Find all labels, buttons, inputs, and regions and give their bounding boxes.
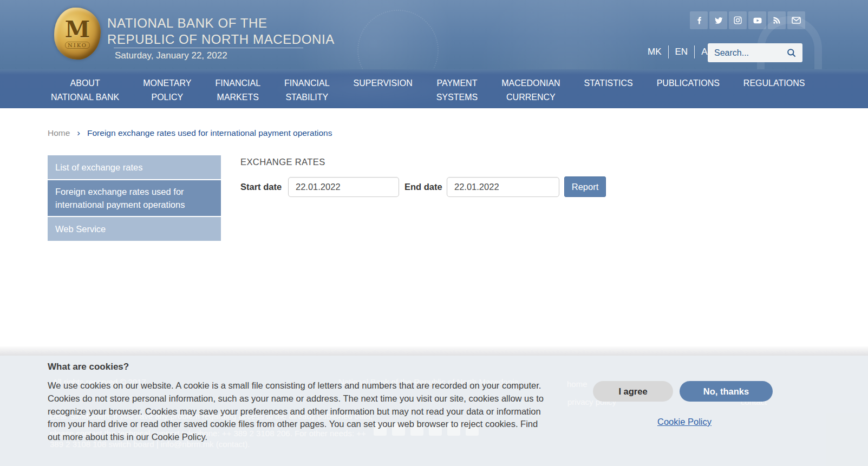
- report-button[interactable]: Report: [564, 176, 606, 197]
- breadcrumb-home[interactable]: Home: [48, 128, 70, 138]
- header-ornament: [477, 0, 661, 69]
- sidebar-item-foreign-exchange-rates[interactable]: Foreign exchange rates used for internat…: [48, 180, 221, 216]
- nav-item-publications[interactable]: PUBLICATIONS: [645, 76, 732, 90]
- breadcrumb: Home › Foreign exchange rates used for i…: [48, 128, 332, 139]
- cookie-policy-link[interactable]: Cookie Policy: [657, 417, 712, 427]
- email-icon[interactable]: [787, 11, 805, 29]
- nav-item-financial-stability[interactable]: FINANCIALSTABILITY: [272, 76, 342, 104]
- exchange-rates-form: Start date End date Report: [240, 176, 606, 198]
- youtube-icon[interactable]: [748, 11, 766, 29]
- cookie-decline-button[interactable]: No, thanks: [680, 381, 773, 402]
- facebook-icon[interactable]: [690, 11, 708, 29]
- rss-icon[interactable]: [768, 11, 786, 29]
- site-header: M NIKO NATIONAL BANK OF THE REPUBLIC OF …: [0, 0, 868, 69]
- coin-inscription: NIKO: [65, 42, 90, 49]
- lang-en[interactable]: EN: [669, 47, 695, 57]
- footer-top-shadow: [0, 346, 868, 356]
- cookie-agree-button[interactable]: I agree: [593, 381, 673, 402]
- sidebar-menu: List of exchange rates Foreign exchange …: [48, 155, 221, 242]
- cookie-banner-body: We use cookies on our website. A cookie …: [48, 379, 550, 444]
- cookie-banner-title: What are cookies?: [48, 362, 129, 372]
- nav-item-macedonian-currency[interactable]: MACEDONIANCURRENCY: [490, 76, 572, 104]
- main-nav: ABOUTNATIONAL BANK MONETARYPOLICY FINANC…: [0, 69, 868, 108]
- breadcrumb-current: Foreign exchange rates used for internat…: [87, 128, 332, 138]
- bank-name-line1: NATIONAL BANK OF THE: [107, 15, 335, 31]
- end-date-label: End date: [404, 182, 445, 192]
- header-divider: [114, 48, 303, 48]
- bank-name-line2: REPUBLIC OF NORTH MACEDONIA: [107, 31, 335, 48]
- nav-item-financial-markets[interactable]: FINANCIALMARKETS: [203, 76, 272, 104]
- twitter-icon[interactable]: [709, 11, 727, 29]
- instagram-icon[interactable]: [729, 11, 747, 29]
- search-input[interactable]: [708, 48, 780, 58]
- nav-item-statistics[interactable]: STATISTICS: [572, 76, 645, 90]
- chevron-right-icon: ›: [77, 128, 80, 139]
- cookie-banner: What are cookies? We use cookies on our …: [0, 356, 868, 466]
- end-date-input[interactable]: [447, 177, 559, 197]
- search-icon[interactable]: [780, 48, 802, 58]
- bank-name: NATIONAL BANK OF THE REPUBLIC OF NORTH M…: [107, 15, 335, 48]
- coin-monogram: M: [65, 19, 90, 41]
- start-date-input[interactable]: [288, 177, 399, 197]
- page-title: EXCHANGE RATES: [240, 157, 325, 167]
- social-links: [690, 11, 805, 29]
- nav-item-regulations[interactable]: REGULATIONS: [732, 76, 817, 90]
- bank-coin-logo[interactable]: M NIKO: [54, 8, 101, 60]
- nav-item-payment-systems[interactable]: PAYMENTSYSTEMS: [425, 76, 490, 104]
- search-box: [708, 43, 802, 62]
- nav-item-about-national-bank[interactable]: ABOUTNATIONAL BANK: [39, 76, 131, 104]
- sidebar-item-list-of-exchange-rates[interactable]: List of exchange rates: [48, 155, 221, 179]
- lang-mk[interactable]: MK: [641, 47, 668, 57]
- current-date: Saturday, January 22, 2022: [115, 50, 227, 61]
- sidebar-item-web-service[interactable]: Web Service: [48, 217, 221, 241]
- start-date-label: Start date: [240, 182, 288, 192]
- nav-item-supervision[interactable]: SUPERVISION: [342, 76, 425, 90]
- nav-item-monetary-policy[interactable]: MONETARYPOLICY: [131, 76, 203, 104]
